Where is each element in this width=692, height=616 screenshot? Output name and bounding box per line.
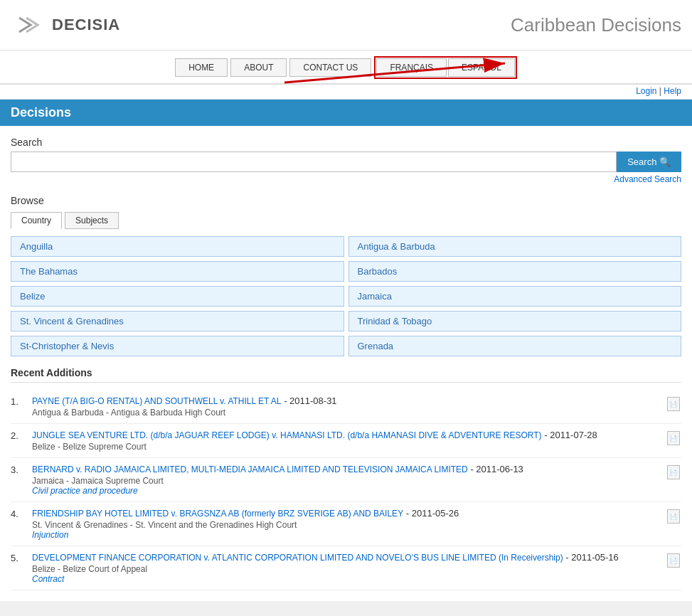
pdf-icon[interactable]: 📄 [667, 552, 681, 568]
recent-section: Recent Additions 1. PAYNE (T/A BIG-O REN… [11, 367, 681, 590]
item-num: 2. [11, 430, 25, 441]
item-category: Civil practice and procedure [32, 486, 660, 496]
recent-list: 1. PAYNE (T/A BIG-O RENTAL) AND SOUTHWEL… [11, 390, 681, 590]
country-grid: Anguilla Antigua & Barbuda The Bahamas B… [11, 236, 681, 356]
country-jamaica[interactable]: Jamaica [348, 286, 682, 307]
main-content: Search Search 🔍 Advanced Search Browse C… [0, 126, 692, 601]
item-date: - 2011-07-28 [544, 430, 597, 440]
search-section: Search Search 🔍 Advanced Search [11, 137, 681, 184]
help-link[interactable]: Help [664, 86, 681, 96]
francais-button[interactable]: FRANÇAIS [376, 58, 447, 77]
country-st-vincent[interactable]: St. Vincent & Grenadines [11, 311, 344, 331]
recent-label: Recent Additions [11, 367, 681, 383]
country-antigua-barbuda[interactable]: Antigua & Barbuda [348, 236, 682, 257]
nav-links: HOME ABOUT CONTACT US FRANÇAIS ESPAÑOL [11, 56, 681, 79]
item-meta: St. Vincent & Grenadines - St. Vincent a… [32, 520, 660, 530]
language-highlight-box: FRANÇAIS ESPAÑOL [374, 56, 517, 79]
nav-bar: HOME ABOUT CONTACT US FRANÇAIS ESPAÑOL [0, 51, 692, 85]
decisions-heading: Decisions [0, 100, 692, 126]
country-grenada[interactable]: Grenada [348, 336, 682, 356]
item-body: FRIENDSHIP BAY HOTEL LIMITED v. BRAGSNZA… [32, 508, 660, 540]
item-date: - 2011-05-16 [565, 552, 618, 563]
item-title: PAYNE (T/A BIG-O RENTAL) AND SOUTHWELL v… [32, 395, 660, 406]
item-title: BERNARD v. RADIO JAMAICA LIMITED, MULTI-… [32, 464, 660, 474]
item-meta: Belize - Belize Supreme Court [32, 442, 660, 452]
item-body: JUNGLE SEA VENTURE LTD. (d/b/a JAGUAR RE… [32, 430, 660, 452]
item-num: 5. [11, 552, 25, 563]
item-title: DEVELOPMENT FINANCE CORPORATION v. ATLAN… [32, 552, 660, 563]
item-date: - 2011-05-26 [406, 508, 459, 519]
item-meta: Jamaica - Jamaica Supreme Court [32, 476, 660, 486]
country-barbados[interactable]: Barbados [348, 261, 682, 282]
list-item: 1. PAYNE (T/A BIG-O RENTAL) AND SOUTHWEL… [11, 390, 681, 424]
tab-country[interactable]: Country [11, 212, 62, 229]
contact-button[interactable]: CONTACT US [289, 58, 371, 77]
item-link[interactable]: DEVELOPMENT FINANCE CORPORATION v. ATLAN… [32, 553, 563, 563]
item-body: BERNARD v. RADIO JAMAICA LIMITED, MULTI-… [32, 464, 660, 496]
site-title: Caribbean Decisions [511, 14, 681, 36]
logo-icon [11, 7, 46, 43]
item-category: Contract [32, 574, 660, 584]
login-bar: Login | Help [0, 85, 692, 100]
item-meta: Belize - Belize Court of Appeal [32, 564, 660, 574]
list-item: 5. DEVELOPMENT FINANCE CORPORATION v. AT… [11, 546, 681, 590]
item-title: FRIENDSHIP BAY HOTEL LIMITED v. BRAGSNZA… [32, 508, 660, 519]
header: DECISIA Caribbean Decisions [0, 0, 692, 51]
country-belize[interactable]: Belize [11, 286, 344, 307]
pdf-icon[interactable]: 📄 [667, 395, 681, 411]
pdf-symbol: 📄 [667, 553, 680, 568]
list-item: 3. BERNARD v. RADIO JAMAICA LIMITED, MUL… [11, 458, 681, 502]
pdf-icon[interactable]: 📄 [667, 508, 681, 524]
search-button[interactable]: Search 🔍 [617, 152, 681, 172]
espanol-button[interactable]: ESPAÑOL [448, 58, 515, 77]
logo-text: DECISIA [52, 16, 120, 34]
list-item: 2. JUNGLE SEA VENTURE LTD. (d/b/a JAGUAR… [11, 424, 681, 458]
search-input[interactable] [11, 152, 617, 172]
country-the-bahamas[interactable]: The Bahamas [11, 261, 344, 282]
item-body: PAYNE (T/A BIG-O RENTAL) AND SOUTHWELL v… [32, 395, 660, 418]
about-button[interactable]: ABOUT [230, 58, 287, 77]
item-link[interactable]: FRIENDSHIP BAY HOTEL LIMITED v. BRAGSNZA… [32, 509, 403, 519]
pdf-symbol: 📄 [667, 509, 680, 524]
item-link[interactable]: PAYNE (T/A BIG-O RENTAL) AND SOUTHWELL v… [32, 396, 282, 406]
item-num: 4. [11, 508, 25, 519]
item-date: - 2011-06-13 [470, 464, 523, 474]
item-num: 1. [11, 395, 25, 407]
item-link[interactable]: BERNARD v. RADIO JAMAICA LIMITED, MULTI-… [32, 464, 468, 474]
item-body: DEVELOPMENT FINANCE CORPORATION v. ATLAN… [32, 552, 660, 584]
list-item: 4. FRIENDSHIP BAY HOTEL LIMITED v. BRAGS… [11, 502, 681, 546]
home-button[interactable]: HOME [175, 58, 228, 77]
country-st-christopher-nevis[interactable]: St-Christopher & Nevis [11, 336, 344, 356]
browse-section: Browse Country Subjects Anguilla Antigua… [11, 195, 681, 356]
search-label: Search [11, 137, 681, 148]
pdf-symbol: 📄 [667, 431, 680, 445]
item-meta: Antigua & Barbuda - Antigua & Barbuda Hi… [32, 408, 660, 418]
browse-label: Browse [11, 195, 681, 206]
item-date: - 2011-08-31 [284, 395, 336, 406]
pdf-icon[interactable]: 📄 [667, 430, 681, 445]
advanced-search-link[interactable]: Advanced Search [614, 174, 681, 184]
advanced-search-container: Advanced Search [11, 174, 681, 184]
search-row: Search 🔍 [11, 152, 681, 172]
pdf-icon[interactable]: 📄 [667, 464, 681, 479]
item-num: 3. [11, 464, 25, 475]
nav-wrapper: HOME ABOUT CONTACT US FRANÇAIS ESPAÑOL [0, 51, 692, 85]
logo-area: DECISIA [11, 7, 120, 43]
tabs: Country Subjects [11, 212, 681, 229]
item-title: JUNGLE SEA VENTURE LTD. (d/b/a JAGUAR RE… [32, 430, 660, 440]
pdf-symbol: 📄 [667, 465, 680, 479]
tab-subjects[interactable]: Subjects [65, 212, 119, 229]
login-separator: | [659, 86, 661, 96]
item-category: Injunction [32, 530, 660, 540]
country-trinidad-tobago[interactable]: Trinidad & Tobago [348, 311, 682, 331]
item-link[interactable]: JUNGLE SEA VENTURE LTD. (d/b/a JAGUAR RE… [32, 430, 542, 440]
login-link[interactable]: Login [636, 86, 656, 96]
pdf-symbol: 📄 [667, 397, 680, 411]
country-anguilla[interactable]: Anguilla [11, 236, 344, 257]
